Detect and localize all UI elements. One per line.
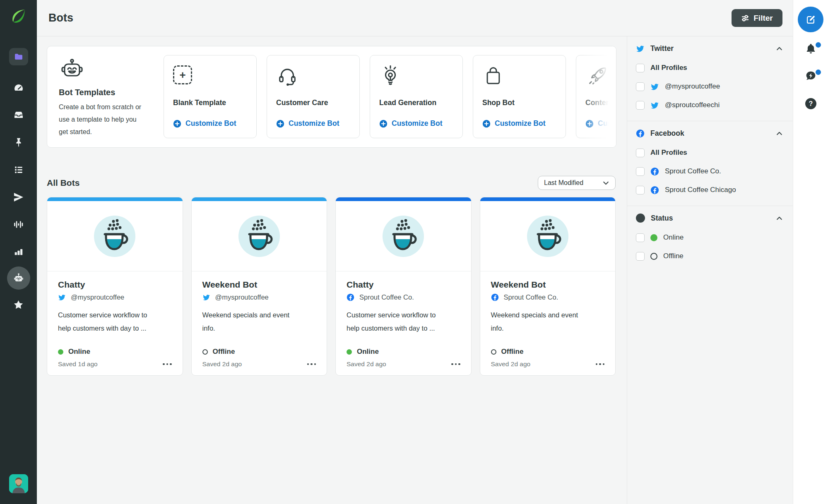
checkbox[interactable]: [636, 252, 645, 261]
bot-card[interactable]: Chatty Sprout Coffee Co. Customer servic…: [335, 197, 472, 376]
sidebar-item-bots[interactable]: [0, 266, 37, 290]
dashboard-gauge-icon: [13, 82, 24, 94]
filter-section-header[interactable]: Status: [636, 213, 783, 223]
coffee-cup-icon: [527, 216, 568, 257]
twitter-icon: [650, 101, 659, 110]
audio-wave-icon: [13, 219, 24, 230]
bot-status: Online: [68, 348, 90, 356]
chevron-up-icon[interactable]: [776, 130, 783, 137]
checkbox[interactable]: [636, 149, 645, 157]
sidebar-item-favorites[interactable]: [0, 299, 37, 310]
bar-chart-icon: [13, 246, 24, 257]
filter-section-header[interactable]: Facebook: [636, 128, 783, 139]
pin-icon: [13, 137, 24, 148]
saved-timestamp: Saved 1d ago: [58, 360, 98, 368]
chevron-up-icon[interactable]: [776, 215, 783, 222]
compose-button[interactable]: [798, 7, 823, 32]
checkbox[interactable]: [636, 64, 645, 72]
filter-section-status: Status Online Offline: [627, 206, 793, 272]
sort-value: Last Modified: [544, 179, 602, 187]
customize-bot-link[interactable]: Customize Bot: [585, 119, 616, 128]
sidebar-item-publishing[interactable]: [0, 191, 37, 203]
facebook-icon: [650, 186, 659, 194]
filter-option: Offline: [636, 252, 783, 261]
bot-profile: @mysproutcoffee: [71, 293, 124, 301]
bot-icon: [13, 272, 24, 284]
filter-section-facebook: Facebook All Profiles Sprout Coffee Co. …: [627, 121, 793, 206]
filter-section-title: Twitter: [650, 44, 674, 53]
checkbox[interactable]: [636, 101, 645, 110]
template-card-customer-care: Customer Care Customize Bot: [267, 55, 360, 138]
checkbox[interactable]: [636, 82, 645, 91]
sidebar-item-listening[interactable]: [0, 218, 37, 230]
star-icon: [13, 299, 24, 310]
chevron-up-icon[interactable]: [776, 45, 783, 52]
more-options-button[interactable]: [307, 362, 316, 367]
lightbulb-icon: [379, 65, 402, 88]
more-options-button[interactable]: [451, 362, 460, 367]
facebook-icon: [650, 167, 659, 176]
inbox-icon: [13, 109, 24, 121]
bot-name: Chatty: [58, 280, 172, 290]
offline-status-dot: [202, 349, 208, 355]
sidebar-item-inbox[interactable]: [0, 109, 37, 121]
bot-card[interactable]: Weekend Bot @mysproutcoffee Weekend spec…: [191, 197, 327, 376]
templates-intro: Bot Templates Create a bot from scratch …: [59, 58, 164, 138]
coffee-cup-icon: [238, 216, 280, 257]
sidebar-item-pinned[interactable]: [0, 137, 37, 148]
all-bots-title: All Bots: [47, 178, 79, 188]
bot-description: Weekend specials and event info.: [491, 308, 605, 335]
bot-avatar: [192, 201, 327, 271]
filter-button[interactable]: Filter: [732, 9, 782, 27]
sidebar-item-tasks[interactable]: [0, 164, 37, 175]
filter-option: All Profiles: [636, 148, 783, 157]
page-title: Bots: [48, 12, 73, 24]
messages-button[interactable]: [793, 70, 828, 82]
filter-option: @mysproutcoffee: [636, 82, 783, 91]
template-card-blank: + Blank Template Customize Bot: [164, 55, 257, 138]
sidebar-item-reports[interactable]: [0, 246, 37, 257]
saved-timestamp: Saved 2d ago: [491, 360, 531, 368]
customize-bot-link[interactable]: Customize Bot: [379, 119, 443, 128]
online-status-dot: [58, 349, 63, 355]
customize-bot-link[interactable]: Customize Bot: [276, 119, 339, 128]
paper-plane-icon: [13, 192, 24, 203]
more-options-button[interactable]: [596, 362, 605, 367]
right-rail: ?: [793, 0, 828, 504]
saved-timestamp: Saved 2d ago: [202, 360, 242, 368]
checkbox[interactable]: [636, 233, 645, 242]
bot-card-grid: Chatty @mysproutcoffee Customer service …: [47, 197, 616, 376]
bot-description: Customer service workflow to help custom…: [58, 308, 172, 335]
notifications-button[interactable]: [793, 43, 828, 55]
bot-status: Online: [357, 348, 379, 356]
sort-dropdown[interactable]: Last Modified: [538, 176, 616, 190]
active-pill: [9, 48, 28, 65]
avatar-image: [9, 474, 28, 493]
customize-bot-link[interactable]: Customize Bot: [482, 119, 546, 128]
help-button[interactable]: ?: [793, 98, 828, 109]
checkbox[interactable]: [636, 167, 645, 176]
filter-section-twitter: Twitter All Profiles @mysproutcoffee @sp…: [627, 36, 793, 121]
notification-dot: [815, 41, 822, 48]
bot-card[interactable]: Weekend Bot Sprout Coffee Co. Weekend sp…: [480, 197, 616, 376]
more-options-button[interactable]: [163, 362, 172, 367]
filter-button-label: Filter: [753, 14, 773, 23]
filter-section-header[interactable]: Twitter: [636, 43, 783, 54]
blank-plus-icon: +: [173, 65, 192, 84]
sidebar-item-dashboard[interactable]: [0, 82, 37, 94]
sidebar-item-assets[interactable]: [0, 48, 37, 66]
checkbox[interactable]: [636, 186, 645, 194]
customize-label: Customize Bot: [185, 119, 236, 128]
sprout-logo-icon[interactable]: [0, 7, 37, 25]
filter-option: All Profiles: [636, 63, 783, 72]
bot-profile: Sprout Coffee Co.: [504, 293, 558, 301]
notification-dot: [815, 69, 822, 76]
user-avatar[interactable]: [0, 474, 37, 493]
question-mark-icon: ?: [805, 98, 816, 109]
bot-profile: @mysproutcoffee: [215, 293, 269, 301]
plus-circle-icon: [379, 120, 388, 128]
twitter-icon: [650, 82, 659, 91]
customize-bot-link[interactable]: Customize Bot: [173, 119, 236, 128]
bot-description: Customer service workflow to help custom…: [347, 308, 460, 335]
bot-card[interactable]: Chatty @mysproutcoffee Customer service …: [47, 197, 183, 376]
